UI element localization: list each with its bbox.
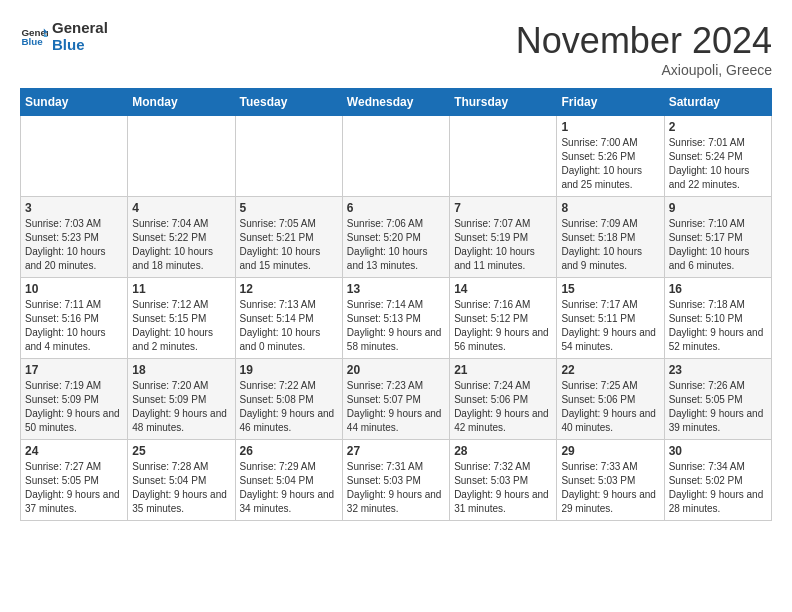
day-cell: 3Sunrise: 7:03 AM Sunset: 5:23 PM Daylig…	[21, 197, 128, 278]
header-thursday: Thursday	[450, 89, 557, 116]
day-info: Sunrise: 7:31 AM Sunset: 5:03 PM Dayligh…	[347, 460, 445, 516]
day-cell: 25Sunrise: 7:28 AM Sunset: 5:04 PM Dayli…	[128, 440, 235, 521]
day-info: Sunrise: 7:24 AM Sunset: 5:06 PM Dayligh…	[454, 379, 552, 435]
day-cell	[128, 116, 235, 197]
logo: General Blue General Blue	[20, 20, 108, 53]
page-header: General Blue General Blue November 2024 …	[20, 20, 772, 78]
day-cell: 12Sunrise: 7:13 AM Sunset: 5:14 PM Dayli…	[235, 278, 342, 359]
day-cell	[342, 116, 449, 197]
day-cell: 29Sunrise: 7:33 AM Sunset: 5:03 PM Dayli…	[557, 440, 664, 521]
day-number: 16	[669, 282, 767, 296]
day-info: Sunrise: 7:00 AM Sunset: 5:26 PM Dayligh…	[561, 136, 659, 192]
day-cell: 21Sunrise: 7:24 AM Sunset: 5:06 PM Dayli…	[450, 359, 557, 440]
day-number: 26	[240, 444, 338, 458]
day-info: Sunrise: 7:16 AM Sunset: 5:12 PM Dayligh…	[454, 298, 552, 354]
month-title: November 2024	[516, 20, 772, 62]
day-number: 29	[561, 444, 659, 458]
title-area: November 2024 Axioupoli, Greece	[516, 20, 772, 78]
day-number: 7	[454, 201, 552, 215]
day-cell: 6Sunrise: 7:06 AM Sunset: 5:20 PM Daylig…	[342, 197, 449, 278]
day-info: Sunrise: 7:14 AM Sunset: 5:13 PM Dayligh…	[347, 298, 445, 354]
day-cell: 27Sunrise: 7:31 AM Sunset: 5:03 PM Dayli…	[342, 440, 449, 521]
day-info: Sunrise: 7:13 AM Sunset: 5:14 PM Dayligh…	[240, 298, 338, 354]
day-info: Sunrise: 7:05 AM Sunset: 5:21 PM Dayligh…	[240, 217, 338, 273]
day-info: Sunrise: 7:04 AM Sunset: 5:22 PM Dayligh…	[132, 217, 230, 273]
day-info: Sunrise: 7:17 AM Sunset: 5:11 PM Dayligh…	[561, 298, 659, 354]
day-info: Sunrise: 7:01 AM Sunset: 5:24 PM Dayligh…	[669, 136, 767, 192]
day-info: Sunrise: 7:26 AM Sunset: 5:05 PM Dayligh…	[669, 379, 767, 435]
day-info: Sunrise: 7:19 AM Sunset: 5:09 PM Dayligh…	[25, 379, 123, 435]
day-info: Sunrise: 7:10 AM Sunset: 5:17 PM Dayligh…	[669, 217, 767, 273]
day-number: 30	[669, 444, 767, 458]
day-number: 17	[25, 363, 123, 377]
day-info: Sunrise: 7:29 AM Sunset: 5:04 PM Dayligh…	[240, 460, 338, 516]
day-cell	[450, 116, 557, 197]
day-number: 13	[347, 282, 445, 296]
day-number: 21	[454, 363, 552, 377]
day-cell: 20Sunrise: 7:23 AM Sunset: 5:07 PM Dayli…	[342, 359, 449, 440]
logo-blue: Blue	[52, 37, 108, 54]
day-info: Sunrise: 7:12 AM Sunset: 5:15 PM Dayligh…	[132, 298, 230, 354]
day-cell: 4Sunrise: 7:04 AM Sunset: 5:22 PM Daylig…	[128, 197, 235, 278]
header-saturday: Saturday	[664, 89, 771, 116]
day-info: Sunrise: 7:06 AM Sunset: 5:20 PM Dayligh…	[347, 217, 445, 273]
week-row-0: 1Sunrise: 7:00 AM Sunset: 5:26 PM Daylig…	[21, 116, 772, 197]
day-info: Sunrise: 7:33 AM Sunset: 5:03 PM Dayligh…	[561, 460, 659, 516]
day-cell: 28Sunrise: 7:32 AM Sunset: 5:03 PM Dayli…	[450, 440, 557, 521]
day-number: 20	[347, 363, 445, 377]
week-row-3: 17Sunrise: 7:19 AM Sunset: 5:09 PM Dayli…	[21, 359, 772, 440]
day-number: 4	[132, 201, 230, 215]
day-number: 12	[240, 282, 338, 296]
week-row-4: 24Sunrise: 7:27 AM Sunset: 5:05 PM Dayli…	[21, 440, 772, 521]
day-info: Sunrise: 7:28 AM Sunset: 5:04 PM Dayligh…	[132, 460, 230, 516]
day-number: 6	[347, 201, 445, 215]
logo-general: General	[52, 20, 108, 37]
day-number: 27	[347, 444, 445, 458]
day-cell: 18Sunrise: 7:20 AM Sunset: 5:09 PM Dayli…	[128, 359, 235, 440]
calendar-table: SundayMondayTuesdayWednesdayThursdayFrid…	[20, 88, 772, 521]
day-cell: 11Sunrise: 7:12 AM Sunset: 5:15 PM Dayli…	[128, 278, 235, 359]
day-info: Sunrise: 7:32 AM Sunset: 5:03 PM Dayligh…	[454, 460, 552, 516]
day-number: 25	[132, 444, 230, 458]
day-number: 11	[132, 282, 230, 296]
header-wednesday: Wednesday	[342, 89, 449, 116]
day-cell: 16Sunrise: 7:18 AM Sunset: 5:10 PM Dayli…	[664, 278, 771, 359]
day-cell: 1Sunrise: 7:00 AM Sunset: 5:26 PM Daylig…	[557, 116, 664, 197]
day-number: 23	[669, 363, 767, 377]
day-number: 19	[240, 363, 338, 377]
day-info: Sunrise: 7:11 AM Sunset: 5:16 PM Dayligh…	[25, 298, 123, 354]
day-cell: 22Sunrise: 7:25 AM Sunset: 5:06 PM Dayli…	[557, 359, 664, 440]
day-number: 24	[25, 444, 123, 458]
location-subtitle: Axioupoli, Greece	[516, 62, 772, 78]
day-cell: 30Sunrise: 7:34 AM Sunset: 5:02 PM Dayli…	[664, 440, 771, 521]
day-info: Sunrise: 7:09 AM Sunset: 5:18 PM Dayligh…	[561, 217, 659, 273]
day-number: 22	[561, 363, 659, 377]
day-number: 18	[132, 363, 230, 377]
day-number: 1	[561, 120, 659, 134]
day-info: Sunrise: 7:20 AM Sunset: 5:09 PM Dayligh…	[132, 379, 230, 435]
day-cell: 14Sunrise: 7:16 AM Sunset: 5:12 PM Dayli…	[450, 278, 557, 359]
day-info: Sunrise: 7:27 AM Sunset: 5:05 PM Dayligh…	[25, 460, 123, 516]
day-number: 3	[25, 201, 123, 215]
day-number: 10	[25, 282, 123, 296]
day-cell: 10Sunrise: 7:11 AM Sunset: 5:16 PM Dayli…	[21, 278, 128, 359]
day-number: 14	[454, 282, 552, 296]
day-info: Sunrise: 7:22 AM Sunset: 5:08 PM Dayligh…	[240, 379, 338, 435]
day-number: 2	[669, 120, 767, 134]
day-cell: 19Sunrise: 7:22 AM Sunset: 5:08 PM Dayli…	[235, 359, 342, 440]
day-cell: 13Sunrise: 7:14 AM Sunset: 5:13 PM Dayli…	[342, 278, 449, 359]
day-cell: 26Sunrise: 7:29 AM Sunset: 5:04 PM Dayli…	[235, 440, 342, 521]
day-cell: 23Sunrise: 7:26 AM Sunset: 5:05 PM Dayli…	[664, 359, 771, 440]
calendar-header-row: SundayMondayTuesdayWednesdayThursdayFrid…	[21, 89, 772, 116]
day-info: Sunrise: 7:07 AM Sunset: 5:19 PM Dayligh…	[454, 217, 552, 273]
header-tuesday: Tuesday	[235, 89, 342, 116]
day-number: 5	[240, 201, 338, 215]
day-number: 9	[669, 201, 767, 215]
day-number: 8	[561, 201, 659, 215]
svg-text:Blue: Blue	[21, 36, 43, 47]
day-cell	[21, 116, 128, 197]
day-info: Sunrise: 7:23 AM Sunset: 5:07 PM Dayligh…	[347, 379, 445, 435]
header-sunday: Sunday	[21, 89, 128, 116]
day-number: 28	[454, 444, 552, 458]
day-cell: 15Sunrise: 7:17 AM Sunset: 5:11 PM Dayli…	[557, 278, 664, 359]
